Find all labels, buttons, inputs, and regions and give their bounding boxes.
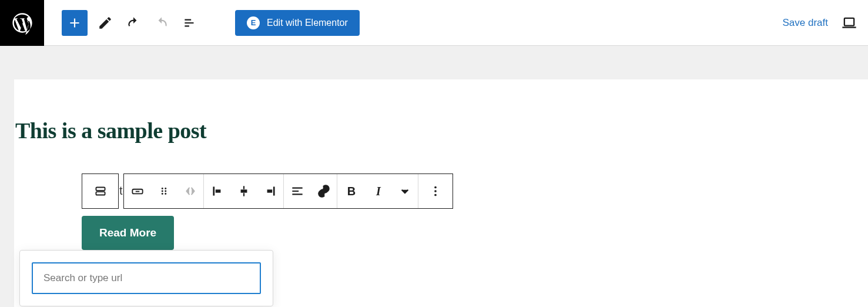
svg-rect-16 [243,193,244,196]
block-options-button[interactable] [418,175,453,208]
svg-point-19 [434,186,437,189]
justify-right-icon [263,183,278,199]
block-toolbar: B I [82,173,453,209]
align-left-icon [290,183,305,199]
drag-handle[interactable] [150,175,177,208]
svg-rect-2 [96,188,105,191]
svg-point-11 [165,193,166,195]
wordpress-logo-button[interactable] [0,0,44,46]
svg-point-21 [434,194,437,196]
pencil-icon [98,15,113,31]
italic-icon: I [376,185,381,198]
change-block-type-button[interactable] [124,175,150,208]
bold-button[interactable]: B [337,175,366,208]
more-rich-text-button[interactable] [391,175,418,208]
list-outline-icon [182,15,197,31]
block-type-button[interactable] [87,175,113,208]
add-block-button[interactable] [62,10,88,36]
svg-rect-17 [273,186,274,195]
justify-right-button[interactable] [257,175,283,208]
svg-rect-15 [240,189,247,192]
save-draft-button[interactable]: Save draft [777,12,835,34]
block-toolbar-segment [82,173,119,209]
edit-with-elementor-button[interactable]: E Edit with Elementor [235,10,360,36]
wordpress-icon [11,11,34,35]
svg-rect-18 [267,189,272,192]
justify-center-button[interactable] [230,175,257,208]
preview-button[interactable] [836,10,862,36]
elementor-badge-icon: E [247,16,260,29]
plus-icon [67,15,82,31]
svg-point-8 [161,191,163,192]
drag-icon [157,185,170,198]
italic-button[interactable]: I [366,175,391,208]
document-outline-button[interactable] [177,10,203,36]
button-block-icon [130,183,145,199]
bold-icon: B [347,185,356,198]
svg-point-9 [165,191,166,192]
svg-rect-13 [215,189,220,192]
chevron-down-icon [397,183,413,199]
svg-rect-14 [243,186,244,189]
redo-button[interactable] [149,10,175,36]
svg-point-20 [434,190,437,192]
chevrons-left-right-icon [183,183,198,199]
svg-point-6 [161,188,163,189]
justify-left-icon [210,183,225,199]
svg-rect-3 [96,192,105,195]
move-left-right-button[interactable] [177,175,203,208]
link-url-input[interactable] [32,262,261,294]
elementor-button-label: Edit with Elementor [267,18,348,28]
justify-center-icon [236,183,252,199]
svg-point-7 [165,188,166,189]
svg-point-10 [161,193,163,195]
link-url-popover [19,250,273,306]
editor-top-toolbar: E Edit with Elementor Save draft [0,0,868,46]
more-vertical-icon [428,183,443,199]
read-more-button[interactable]: Read More [82,216,174,250]
editor-canvas[interactable]: This is a sample post te [14,79,868,307]
align-text-button[interactable] [284,175,310,208]
undo-icon [126,15,141,31]
link-button[interactable] [310,175,337,208]
post-title[interactable]: This is a sample post [14,79,868,144]
undo-button[interactable] [120,10,146,36]
link-icon [316,183,331,199]
svg-rect-12 [213,186,215,195]
redo-icon [154,15,169,31]
editor-canvas-wrapper: This is a sample post te [0,46,868,307]
justify-left-button[interactable] [204,175,230,208]
laptop-icon [841,15,857,31]
buttons-block-icon [93,183,108,199]
block-toolbar-segment: B I [123,173,453,209]
svg-rect-0 [844,18,854,25]
edit-mode-button[interactable] [92,10,118,36]
button-block[interactable]: Read More [82,216,174,250]
